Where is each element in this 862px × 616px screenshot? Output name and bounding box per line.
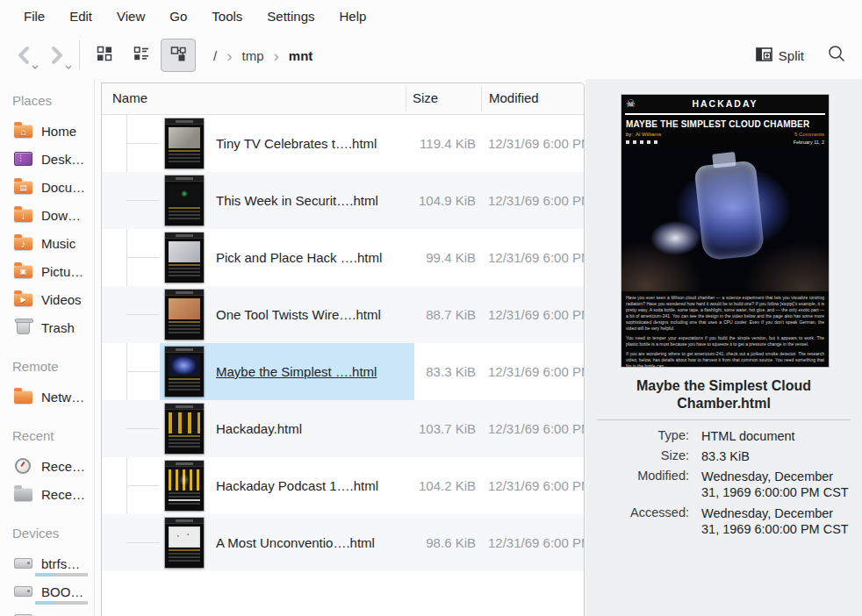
sidebar-item-documents[interactable]: ▤ Docu… <box>0 173 94 201</box>
sidebar-item-boot-device[interactable]: BOO… <box>0 577 94 605</box>
icons-view-icon <box>96 45 113 66</box>
preview-social-row: February 11, 2 <box>621 138 829 147</box>
menu-go[interactable]: Go <box>157 4 199 29</box>
file-thumbnail <box>165 233 204 283</box>
back-dropdown-icon[interactable] <box>32 65 39 69</box>
table-row[interactable]: A Most Unconventio….html 98.6 KiB 12/31/… <box>102 514 584 571</box>
home-folder-icon: ⌂ <box>14 123 33 139</box>
music-folder-icon: ♪ <box>14 235 33 251</box>
downloads-folder-icon: ↓ <box>14 207 33 223</box>
preview-file-name: Maybe the Simplest Cloud Chamber.html <box>594 377 853 412</box>
menu-view[interactable]: View <box>104 4 157 29</box>
gray-folder-icon <box>14 486 33 502</box>
sidebar-item-btrfs-device[interactable]: btrfs… <box>0 549 94 577</box>
file-thumbnail <box>165 404 204 454</box>
sidebar-item-network[interactable]: Netw… <box>0 383 94 411</box>
info-row-modified: Modified: Wednesday, December 31, 1969 6… <box>585 469 855 500</box>
forward-dropdown-icon[interactable] <box>65 65 72 69</box>
share-icon <box>633 140 636 144</box>
sidebar-item-desktop[interactable]: Desk… <box>0 145 94 173</box>
menu-tools[interactable]: Tools <box>199 4 255 29</box>
sidebar-item-music[interactable]: ♪ Music <box>0 229 94 257</box>
table-row[interactable]: This Week in Securit….html 104.9 KiB 12/… <box>102 172 584 229</box>
icons-view-button[interactable] <box>87 39 122 72</box>
breadcrumb-root[interactable]: / <box>212 47 219 65</box>
section-title-recent: Recent <box>0 421 94 452</box>
share-icon <box>647 140 650 144</box>
column-separator[interactable] <box>481 86 482 111</box>
section-title-places: Places <box>0 86 94 117</box>
videos-folder-icon: ▶ <box>14 291 33 307</box>
hard-drive-icon <box>14 555 33 571</box>
share-icon <box>654 140 657 144</box>
table-row[interactable]: Pick and Place Hack ….html 99.4 KiB 12/3… <box>102 229 584 286</box>
sidebar-item-trash[interactable]: Trash <box>0 313 94 341</box>
file-thumbnail <box>165 290 204 340</box>
hard-drive-icon <box>14 584 33 599</box>
back-icon <box>15 46 32 65</box>
share-icon <box>626 140 629 144</box>
preview-article-headline: MAYBE THE SIMPLEST CLOUD CHAMBER <box>621 115 829 131</box>
menu-help[interactable]: Help <box>327 4 379 29</box>
chevron-right-icon: › <box>219 47 240 64</box>
file-thumbnail <box>165 518 204 568</box>
compact-view-button[interactable] <box>124 39 159 72</box>
column-separator[interactable] <box>406 86 406 111</box>
file-list-view: Name Size Modified Tiny TV Celebrates t…… <box>101 82 585 616</box>
device-usage-bar <box>35 601 88 605</box>
details-tree-view-button[interactable] <box>161 39 196 72</box>
table-row[interactable]: Hackaday.html 103.7 KiB 12/31/69 6:00 PM <box>102 400 584 457</box>
preview-page-header: ☠ HACKADAY <box>621 95 829 112</box>
sidebar-item-downloads[interactable]: ↓ Dow… <box>0 201 94 229</box>
file-thumbnail <box>165 461 204 511</box>
file-info-table: Type: HTML document Size: 83.3 KiB Modif… <box>585 428 855 541</box>
split-view-icon <box>756 47 779 64</box>
forward-icon <box>48 46 66 65</box>
file-manager-window: File Edit View Go Tools Settings Help <box>0 0 862 616</box>
file-thumbnail <box>165 118 204 168</box>
split-button[interactable]: Split <box>756 47 804 64</box>
section-title-remote: Remote <box>0 352 94 383</box>
trash-icon <box>14 319 33 335</box>
menubar: File Edit View Go Tools Settings Help <box>0 0 862 32</box>
desktop-icon <box>14 151 33 167</box>
preview-site-title: HACKADAY <box>621 98 829 109</box>
column-header-name[interactable]: Name <box>112 90 147 105</box>
recent-clock-icon <box>14 458 33 474</box>
sidebar-item-pictures[interactable]: ▣ Pictu… <box>0 257 94 285</box>
sidebar-item-recent-files[interactable]: Rece… <box>0 452 94 480</box>
compact-view-icon <box>133 45 150 66</box>
breadcrumb-tmp[interactable]: tmp <box>241 47 266 65</box>
sidebar-item-videos[interactable]: ▶ Videos <box>0 285 94 313</box>
sidebar-item-recent-locations[interactable]: Rece… <box>0 480 94 508</box>
info-row-accessed: Accessed: Wednesday, December 31, 1969 6… <box>585 505 855 537</box>
toolbar-right: Split <box>756 44 862 67</box>
information-panel: ☠ HACKADAY MAYBE THE SIMPLEST CLOUD CHAM… <box>585 79 862 616</box>
hard-drive-icon <box>14 612 33 616</box>
breadcrumb-mnt[interactable]: mnt <box>287 47 315 65</box>
table-row[interactable]: One Tool Twists Wire….html 88.7 KiB 12/3… <box>102 286 584 343</box>
file-preview-image: ☠ HACKADAY MAYBE THE SIMPLEST CLOUD CHAM… <box>621 95 829 367</box>
table-row-selected[interactable]: Maybe the Simplest ….html 83.3 KiB 12/31… <box>102 343 584 400</box>
search-button[interactable] <box>827 44 846 67</box>
preview-article-date: February 11, 2 <box>794 140 824 145</box>
sidebar-item-home[interactable]: ⌂ Home <box>0 117 94 145</box>
back-button[interactable] <box>7 39 40 71</box>
breadcrumb: / › tmp › mnt <box>212 47 314 65</box>
table-row[interactable]: Tiny TV Celebrates t….html 119.4 KiB 12/… <box>102 115 584 172</box>
preview-byline: by: Al Williams 5 Comments <box>621 131 829 138</box>
menu-file[interactable]: File <box>11 4 57 29</box>
menu-edit[interactable]: Edit <box>57 4 104 29</box>
column-header-modified[interactable]: Modified <box>489 90 539 105</box>
info-row-type: Type: HTML document <box>585 428 855 444</box>
file-thumbnail <box>165 175 204 226</box>
preview-article-text: Have you ever seen a Wilson cloud chambe… <box>621 291 829 367</box>
table-row[interactable]: Hackaday Podcast 1….html 104.2 KiB 12/31… <box>102 457 584 514</box>
info-row-size: Size: 83.3 KiB <box>585 448 855 464</box>
column-header-size[interactable]: Size <box>413 90 438 105</box>
sidebar-item-large-device[interactable]: 1.4 T… <box>0 605 94 616</box>
device-usage-bar <box>35 573 88 577</box>
menu-settings[interactable]: Settings <box>255 4 327 29</box>
forward-button[interactable] <box>40 39 74 71</box>
preview-article-photo <box>621 147 829 291</box>
